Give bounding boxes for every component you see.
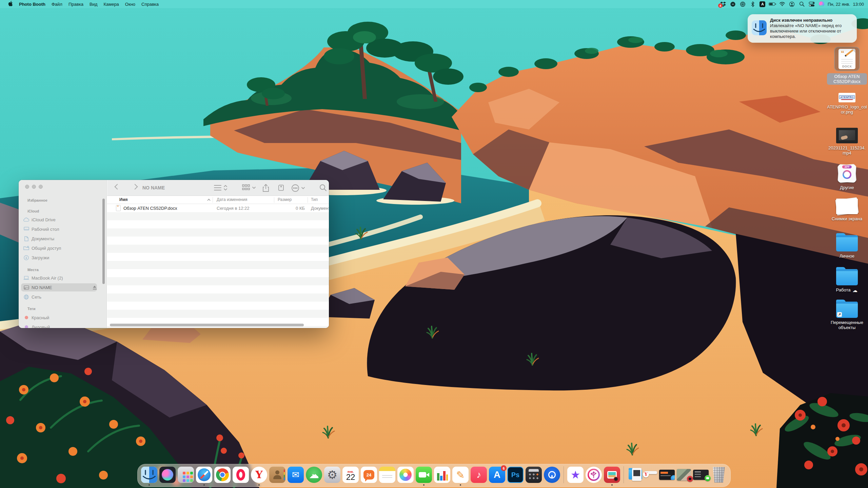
dock-photo-booth[interactable] [604, 467, 620, 483]
usb-icon [588, 469, 600, 481]
sidebar-item-network[interactable]: Сеть [23, 293, 100, 301]
dock-photoshop[interactable]: Ps [507, 467, 524, 483]
dock-calendar[interactable]: янв. 22 [342, 467, 359, 483]
battery-icon[interactable] [769, 1, 776, 7]
dock-contacts[interactable] [269, 467, 285, 483]
sidebar-item-desktop[interactable]: Рабочий стол [23, 225, 100, 233]
bar-chart-icon [436, 469, 448, 481]
dock-safari[interactable] [196, 467, 212, 483]
sidebar-section-icloud: iCloud [27, 209, 39, 213]
file-row-docx[interactable]: Обзор ATEN CS52DP.docx Сегодня в 12:22 0… [107, 204, 329, 212]
sidebar-item-icloud-drive[interactable]: iCloud Drive [23, 216, 100, 224]
sidebar-scrollbar[interactable] [102, 199, 105, 284]
spotlight-search-icon[interactable] [798, 1, 806, 7]
dock-system-settings[interactable]: ⚙ [324, 467, 340, 483]
dock-minimized-photo-booth-window[interactable] [677, 467, 691, 483]
dock-siri[interactable] [159, 467, 176, 483]
sidebar-item-documents[interactable]: Документы [23, 235, 100, 243]
column-size[interactable]: Размер [278, 197, 292, 202]
tag-icon[interactable] [277, 184, 285, 193]
desktop-icon-mp4[interactable]: 20231121_115234.mp4 [827, 128, 867, 156]
desktop-icon-relocated-folder[interactable]: ↗ Перемещенные объекты [827, 300, 867, 330]
user-account-icon[interactable] [788, 1, 796, 7]
menu-help[interactable]: Справка [138, 0, 162, 8]
dock-photos[interactable] [397, 467, 414, 483]
dock-cloud-24[interactable]: ☁24 [306, 467, 322, 483]
icon-label: 20231121_115234.mp4 [827, 145, 867, 156]
zoom-button[interactable] [39, 185, 43, 189]
horizontal-scrollbar[interactable] [110, 324, 304, 326]
dock-chat-24[interactable]: 24 [361, 467, 377, 483]
dock-imovie[interactable]: ★ [567, 467, 584, 483]
concentric-waves-icon[interactable] [739, 1, 747, 7]
dock-chrome[interactable] [214, 467, 231, 483]
desktop-icon-screenshots-stack[interactable]: Снимки экрана [827, 199, 867, 221]
more-actions-icon[interactable] [291, 184, 305, 194]
apple-menu[interactable] [5, 0, 16, 8]
sidebar-item-tag-purple[interactable]: Лиловый [23, 323, 100, 328]
sidebar-item-tag-red[interactable]: Красный [23, 313, 100, 322]
desktop-icon-work-folder[interactable]: Работа☁↓ [827, 267, 867, 293]
desktop-icon-others-stack[interactable]: APP Другие [827, 164, 867, 190]
dock-finder[interactable] [141, 467, 157, 483]
forward-button[interactable] [132, 184, 138, 190]
list-view-icon[interactable] [214, 184, 227, 193]
menu-camera[interactable]: Камера [100, 0, 122, 8]
close-button[interactable] [25, 185, 29, 189]
column-name[interactable]: Имя [119, 197, 128, 202]
dock-calculator[interactable] [526, 467, 542, 483]
files-stack-icon: APP [837, 164, 856, 183]
dropbox-icon[interactable]: 4 [719, 1, 727, 7]
siri-icon[interactable] [818, 1, 825, 7]
sidebar-item-shared[interactable]: Общий доступ [23, 244, 100, 252]
back-button[interactable] [115, 184, 120, 190]
sidebar-item-macbook[interactable]: MacBook Air (2) [23, 274, 100, 282]
dock-1password[interactable] [544, 467, 560, 483]
dock-yandex-browser[interactable]: Y [251, 467, 267, 483]
dock-numbers[interactable] [434, 467, 450, 483]
menu-file[interactable]: Файл [48, 0, 65, 8]
dock-documents-stack[interactable] [627, 467, 644, 483]
dock-usb-utility[interactable] [586, 467, 602, 483]
dock-minimized-yandex-window[interactable]: Y [646, 467, 657, 483]
dock-pages[interactable]: ✎ [452, 467, 469, 483]
menu-bar-date[interactable]: Пн, 22 янв. [828, 2, 850, 7]
desktop-icon-png[interactable]: ATENPRO ATENPRO_logo_color.png [827, 93, 867, 115]
desktop-icon-docx[interactable]: “ DOCX Обзор ATEN CS52DP.docx [827, 47, 867, 85]
sidebar-item-no-name[interactable]: NO NAME [23, 283, 100, 291]
menu-window[interactable]: Окно [122, 0, 138, 8]
finder-content: NO NAME [107, 180, 329, 328]
input-source-icon[interactable]: A [759, 1, 766, 7]
bluetooth-icon[interactable] [749, 1, 756, 7]
sidebar-item-downloads[interactable]: Загрузки [23, 253, 100, 262]
minimize-button[interactable] [32, 185, 36, 189]
dock-minimized-safari-window[interactable] [659, 467, 675, 483]
column-date[interactable]: Дата изменения [217, 197, 247, 202]
dock-minimized-facetime-window[interactable] [693, 467, 709, 483]
desktop-icon-personal-folder[interactable]: Личное [827, 233, 867, 259]
dock-opera[interactable] [233, 467, 249, 483]
eject-icon[interactable] [93, 286, 97, 289]
menu-app-name[interactable]: Photo Booth [16, 0, 48, 8]
trash-basket-icon [712, 467, 726, 483]
dock-music[interactable]: ♪ [471, 467, 487, 483]
dock-facetime[interactable] [416, 467, 432, 483]
group-by-icon[interactable] [242, 184, 256, 193]
search-icon[interactable] [319, 184, 327, 193]
dock-app-store[interactable]: A6 [489, 467, 505, 483]
menu-bar-time[interactable]: 13:00 [853, 2, 864, 7]
menu-view[interactable]: Вид [86, 0, 101, 8]
dock-trash[interactable] [711, 467, 727, 483]
share-icon[interactable] [262, 184, 269, 194]
notification-disk-eject[interactable]: Диск извлечен неправильно Извлекайте «NO… [748, 14, 857, 43]
notification-text: Диск извлечен неправильно Извлекайте «NO… [770, 18, 853, 39]
control-center-icon[interactable] [808, 1, 815, 7]
dock-notes[interactable] [379, 467, 395, 483]
menu-edit[interactable]: Правка [65, 0, 86, 8]
dock-launchpad[interactable] [178, 467, 194, 483]
column-type[interactable]: Тип [311, 197, 318, 202]
wifi-icon[interactable] [778, 1, 786, 7]
dock-mail[interactable]: ✉ [288, 467, 304, 483]
creative-cloud-icon[interactable]: ∞ [729, 1, 737, 7]
sort-ascending-icon [207, 199, 211, 201]
